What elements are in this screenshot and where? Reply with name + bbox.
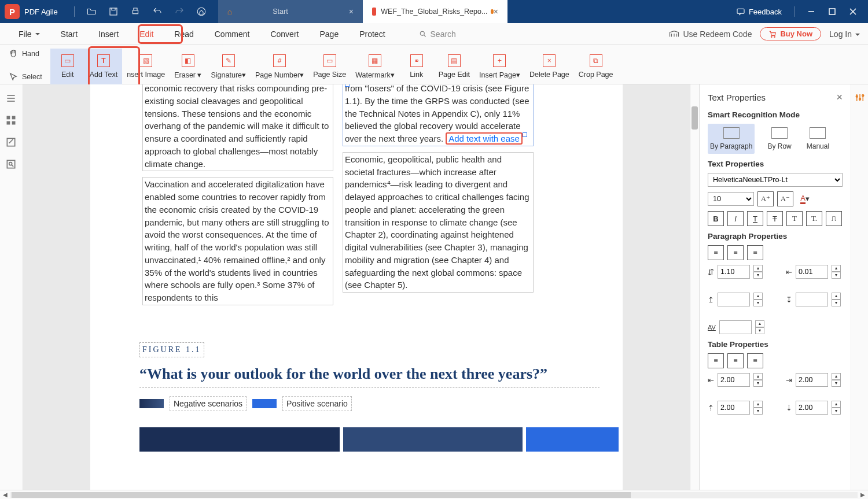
italic-button[interactable]: I	[727, 211, 744, 226]
ribbon-add-text[interactable]: TAdd Text	[85, 49, 122, 84]
font-family-select[interactable]: HelveticaNeueLTPro-Lt	[708, 173, 843, 187]
subscript-button[interactable]: T.	[806, 211, 822, 226]
undo-icon[interactable]	[151, 5, 164, 18]
home-round-icon[interactable]	[195, 5, 208, 18]
inserted-text[interactable]: Add text with ease	[446, 132, 523, 145]
char-spacing-input[interactable]	[719, 320, 752, 334]
redo-icon[interactable]	[173, 5, 186, 18]
menu-comment[interactable]: Comment	[204, 23, 260, 45]
open-icon[interactable]	[85, 5, 98, 18]
font-size-select[interactable]: 10	[708, 192, 754, 206]
ribbon-insert-page[interactable]: +Insert Page▾	[475, 49, 525, 84]
tab-start-close-icon[interactable]: ×	[349, 7, 354, 16]
login-button[interactable]: Log In	[829, 29, 860, 39]
search-panel-icon[interactable]	[5, 158, 18, 171]
before-spacing-input[interactable]	[718, 293, 750, 306]
minimize-button[interactable]	[801, 0, 822, 23]
menu-edit[interactable]: Edit	[129, 23, 164, 45]
table-align-right-button[interactable]: ≡	[747, 353, 763, 368]
outline-icon[interactable]	[5, 93, 18, 105]
menu-file[interactable]: File	[8, 23, 50, 45]
mode-by-row[interactable]: By Row	[765, 124, 793, 154]
hand-tool[interactable]: Hand	[8, 49, 39, 59]
settings-sliders-icon[interactable]	[855, 93, 865, 103]
ribbon-eraser[interactable]: ◧Eraser ▾	[170, 49, 206, 84]
scrollbar-thumb[interactable]	[692, 106, 698, 130]
legend-positive[interactable]: Positive scenario	[282, 396, 352, 411]
annotations-icon[interactable]	[5, 136, 18, 149]
line-spacing-input[interactable]	[718, 265, 750, 279]
ribbon-page-number[interactable]: #Page Number▾	[251, 49, 308, 84]
redeem-button[interactable]: Use Redeem Code	[669, 29, 752, 39]
ribbon-delete-page[interactable]: ×Delete Page	[525, 49, 574, 84]
feedback-button[interactable]: Feedback	[736, 7, 782, 16]
close-button[interactable]	[843, 0, 863, 23]
text-block[interactable]: Vaccination and accelerated digitalizati…	[142, 177, 333, 305]
maximize-button[interactable]	[822, 0, 843, 23]
ribbon-signature[interactable]: ✎Signature▾	[207, 49, 251, 84]
scroll-left-icon[interactable]: ◀	[0, 491, 10, 498]
buy-now-button[interactable]: Buy Now	[760, 27, 821, 40]
scroll-thumb[interactable]	[12, 492, 631, 498]
horizontal-scrollbar[interactable]: ◀ ▶	[0, 490, 868, 499]
align-center-button[interactable]: ≡	[727, 245, 744, 260]
increase-font-button[interactable]: A⁺	[757, 191, 774, 206]
text-block[interactable]: Economic, geopolitical, public health an…	[343, 152, 534, 293]
menu-start[interactable]: Start	[50, 23, 89, 45]
tab-start[interactable]: ⌂ Start ×	[218, 0, 363, 23]
cell-pad-left-input[interactable]	[718, 373, 750, 387]
menu-search[interactable]: Search	[419, 29, 456, 39]
text-block[interactable]: economic recovery that risks compounding…	[142, 84, 333, 171]
cell-pad-top-input[interactable]	[718, 401, 750, 415]
panel-close-icon[interactable]: ×	[836, 91, 843, 104]
indent-input[interactable]	[796, 265, 828, 279]
decrease-font-button[interactable]: A⁻	[777, 191, 793, 206]
text-block-editing[interactable]: from "losers" of the COVID-19 crisis (se…	[343, 84, 534, 146]
spin-up[interactable]: ▴	[753, 265, 763, 272]
figure-caption[interactable]: FIGURE 1.1	[139, 342, 204, 357]
ribbon-page-edit[interactable]: ▤Page Edit	[434, 49, 475, 84]
mode-manual[interactable]: Manual	[804, 124, 832, 154]
menu-protect[interactable]: Protect	[349, 23, 395, 45]
thumbnails-icon[interactable]	[5, 114, 18, 127]
select-tool[interactable]: Select	[8, 72, 42, 82]
ribbon-watermark[interactable]: ▦Watermark▾	[351, 49, 399, 84]
vertical-scrollbar[interactable]	[690, 84, 699, 490]
svg-line-9	[424, 35, 425, 36]
ribbon-page-size[interactable]: ▭Page Size	[308, 49, 351, 84]
menubar: File Start Insert Edit Read Comment Conv…	[0, 23, 868, 45]
bar-2	[343, 427, 523, 452]
spin-down[interactable]: ▾	[753, 272, 763, 279]
tab-doc-close-icon[interactable]: ×	[494, 7, 498, 16]
menu-page[interactable]: Page	[309, 23, 349, 45]
menu-insert[interactable]: Insert	[88, 23, 129, 45]
menu-read[interactable]: Read	[164, 23, 204, 45]
ribbon-crop-page[interactable]: ⧉Crop Page	[574, 49, 618, 84]
print-icon[interactable]	[129, 5, 142, 18]
align-left-button[interactable]: ≡	[708, 245, 724, 260]
scroll-right-icon[interactable]: ▶	[858, 491, 868, 498]
ribbon-link[interactable]: ⚭Link	[399, 49, 434, 84]
tab-document[interactable]: WEF_The_Global_Risks_Repo... ×	[363, 0, 507, 23]
document-viewport[interactable]: economic recovery that risks compounding…	[23, 84, 690, 490]
align-right-button[interactable]: ≡	[747, 245, 763, 260]
menu-convert[interactable]: Convert	[260, 23, 309, 45]
superscript-button[interactable]: T	[786, 211, 803, 226]
font-color-button[interactable]: A▾	[797, 191, 813, 206]
table-align-left-button[interactable]: ≡	[708, 353, 724, 368]
cell-pad-bottom-input[interactable]	[796, 401, 828, 415]
bold-button[interactable]: B	[708, 211, 724, 226]
legend-negative[interactable]: Negative scenarios	[170, 396, 247, 411]
ribbon-edit[interactable]: ▭Edit	[50, 49, 85, 84]
underline-button[interactable]: T	[747, 211, 763, 226]
mode-by-paragraph[interactable]: By Paragraph	[708, 124, 755, 154]
scroll-track[interactable]	[10, 492, 858, 498]
save-icon[interactable]	[107, 5, 120, 18]
advanced-text-button[interactable]: ⎍	[826, 211, 842, 226]
table-align-center-button[interactable]: ≡	[727, 353, 744, 368]
ribbon-insert-image[interactable]: ▧nsert Image	[122, 49, 170, 84]
after-spacing-input[interactable]	[796, 293, 828, 306]
figure-title[interactable]: “What is your outlook for the world over…	[139, 363, 599, 388]
cell-pad-right-input[interactable]	[796, 373, 828, 387]
strikethrough-button[interactable]: T	[767, 211, 783, 226]
